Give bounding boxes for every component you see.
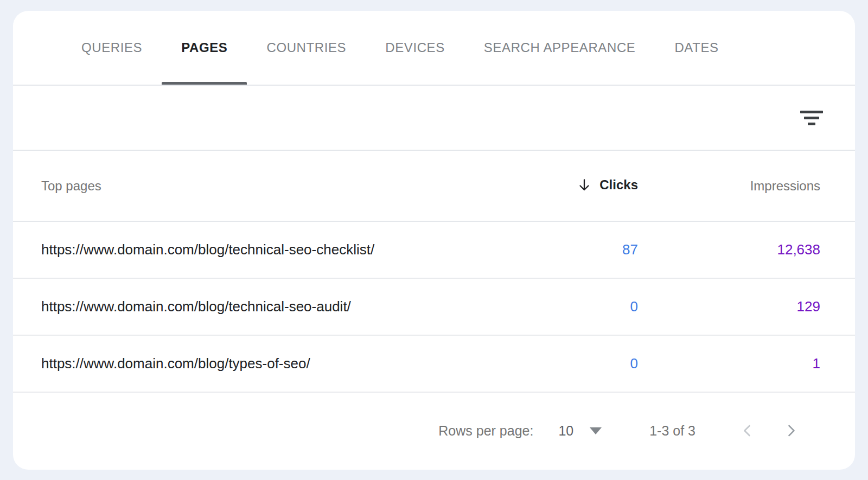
filter-icon-bar (804, 117, 819, 119)
rows-per-page-label: Rows per page: (438, 423, 533, 439)
table-toolbar (13, 86, 855, 151)
clicks-value: 0 (557, 298, 638, 315)
tab-dates[interactable]: DATES (655, 11, 738, 85)
rows-per-page-select[interactable]: 10 (558, 423, 602, 439)
rows-per-page-value: 10 (558, 423, 573, 439)
filter-icon-bar (808, 123, 815, 125)
table-row[interactable]: https://www.domain.com/blog/technical-se… (13, 279, 855, 336)
pagination-range-label: 1-3 of 3 (649, 423, 695, 439)
dimension-tabbar: QUERIES PAGES COUNTRIES DEVICES SEARCH A… (13, 11, 855, 86)
clicks-value: 0 (557, 355, 638, 372)
performance-report-card: QUERIES PAGES COUNTRIES DEVICES SEARCH A… (13, 11, 855, 470)
filter-icon-bar (800, 111, 823, 113)
impressions-value: 129 (638, 298, 820, 315)
impressions-value: 1 (638, 355, 820, 372)
chevron-right-icon[interactable] (780, 420, 802, 441)
tab-countries[interactable]: COUNTRIES (247, 11, 366, 85)
arrow-down-icon (577, 177, 592, 193)
tab-search-appearance[interactable]: SEARCH APPEARANCE (464, 11, 655, 85)
clicks-value: 87 (557, 241, 638, 258)
tab-queries[interactable]: QUERIES (62, 11, 162, 85)
dropdown-caret-icon (590, 427, 602, 434)
tab-devices[interactable]: DEVICES (366, 11, 464, 85)
page-url[interactable]: https://www.domain.com/blog/types-of-seo… (41, 355, 557, 372)
page-url[interactable]: https://www.domain.com/blog/technical-se… (41, 298, 557, 315)
column-header-impressions[interactable]: Impressions (638, 178, 820, 194)
column-header-clicks[interactable]: Clicks (557, 177, 638, 195)
table-row[interactable]: https://www.domain.com/blog/technical-se… (13, 222, 855, 279)
column-header-top-pages: Top pages (41, 178, 557, 194)
impressions-value: 12,638 (638, 241, 820, 258)
chevron-left-icon[interactable] (737, 420, 758, 441)
column-header-clicks-label: Clicks (599, 177, 638, 193)
table-header-row: Top pages Clicks Impressions (13, 151, 855, 222)
table-row[interactable]: https://www.domain.com/blog/types-of-seo… (13, 336, 855, 393)
page-url[interactable]: https://www.domain.com/blog/technical-se… (41, 241, 557, 258)
tab-pages[interactable]: PAGES (162, 11, 247, 85)
pagination-bar: Rows per page: 10 1-3 of 3 (13, 393, 855, 469)
filter-icon[interactable] (797, 107, 826, 129)
